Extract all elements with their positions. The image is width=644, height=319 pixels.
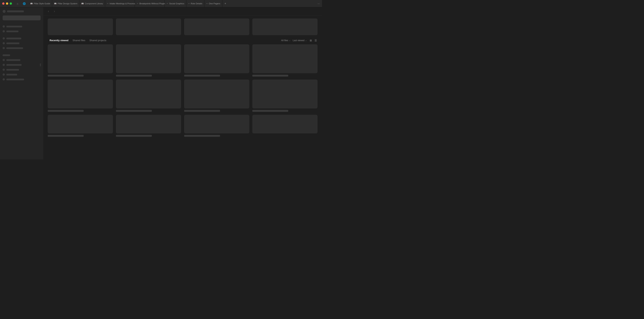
card-8[interactable]	[252, 80, 318, 112]
content-area: ‹ › Recently viewed Shared files	[43, 7, 322, 160]
back-button[interactable]: ‹	[46, 9, 51, 14]
cards-row-1	[48, 44, 318, 76]
grid-view-button[interactable]: ⊞	[309, 38, 313, 42]
sidebar-icon-6	[2, 59, 5, 61]
tab-label: Intake Meetings & Process	[110, 2, 135, 5]
card-11-thumbnail	[184, 115, 249, 134]
card-1[interactable]	[48, 44, 113, 76]
sidebar-item-10	[2, 72, 41, 76]
filter-tab-recently-viewed[interactable]: Recently viewed	[48, 38, 70, 42]
sidebar-icon-9	[2, 74, 5, 76]
card-1-label	[48, 75, 84, 76]
top-card-2	[116, 18, 181, 35]
tab-social-graphics[interactable]: ✏ Social Graphics	[165, 0, 186, 7]
tab-pillar-style-guide[interactable]: 📖 Pillar Style Guide	[28, 0, 52, 7]
sidebar-item-6	[2, 53, 41, 57]
home-button[interactable]: ⌂	[14, 0, 21, 7]
sidebar-icon-8	[2, 68, 5, 71]
card-5-label	[48, 110, 84, 112]
close-button[interactable]	[2, 2, 4, 5]
sidebar-icon-4	[2, 42, 5, 44]
card-4[interactable]	[252, 44, 318, 76]
draft-icon-3: ✏	[166, 2, 168, 5]
filter-controls: All files ⌄ Last viewed ⌄ ⊞ ☰	[281, 38, 318, 42]
sidebar-item-4	[2, 41, 41, 45]
more-tabs-button[interactable]: ···	[315, 0, 322, 7]
main-area: ‹ › Recently viewed Shared files	[0, 7, 322, 160]
all-files-label: All files	[281, 39, 288, 42]
book-icon-2: 📖	[54, 2, 57, 5]
book-icon-3: 📖	[81, 2, 84, 5]
card-9[interactable]	[48, 115, 113, 137]
book-icon: 📖	[30, 2, 33, 5]
card-2-thumbnail	[116, 44, 181, 73]
card-12-thumbnail	[252, 115, 318, 134]
tab-role-details[interactable]: ✏ Role Details	[186, 0, 204, 7]
card-10-thumbnail	[116, 115, 181, 134]
ellipsis-icon: ···	[318, 2, 320, 5]
grid-icon: ⊞	[310, 39, 312, 42]
home-icon: ⌂	[17, 2, 18, 5]
last-viewed-dropdown[interactable]: Last viewed ⌄	[293, 39, 307, 42]
card-6-thumbnail	[116, 80, 181, 108]
draft-icon-5: ✏	[206, 2, 208, 5]
tab-one-pagers[interactable]: ✏ One Pagers	[204, 0, 222, 7]
last-viewed-label: Last viewed	[293, 39, 304, 42]
all-files-dropdown[interactable]: All files ⌄	[281, 39, 290, 42]
tab-breakpoints[interactable]: ✏ Breakpoints Without Plugin	[135, 0, 165, 7]
fullscreen-button[interactable]	[10, 2, 12, 5]
sidebar-item-1	[2, 24, 41, 28]
card-3-label	[184, 75, 220, 76]
card-5[interactable]	[48, 80, 113, 112]
sidebar-item-5	[2, 46, 41, 50]
sidebar	[0, 7, 43, 160]
list-icon: ☰	[314, 39, 317, 42]
sidebar-label-11	[6, 79, 24, 80]
forward-button[interactable]: ›	[52, 9, 57, 14]
tab-label: Role Details	[191, 2, 202, 5]
filter-tab-shared-files[interactable]: Shared files	[70, 38, 87, 42]
sidebar-label-3	[6, 38, 21, 39]
tab-component-library[interactable]: 📖 Component Library	[80, 0, 105, 7]
sidebar-label-6	[2, 54, 10, 56]
card-2-label	[116, 75, 152, 76]
sidebar-profile	[2, 9, 42, 14]
top-cards-row	[43, 16, 322, 38]
sidebar-label-7	[6, 59, 20, 61]
sidebar-item-8	[2, 63, 41, 67]
tab-label: Pillar Design System	[58, 2, 77, 5]
tab-label: Social Graphics	[169, 2, 184, 5]
tab-label: One Pagers	[209, 2, 220, 5]
card-2[interactable]	[116, 44, 181, 76]
tab-label: Breakpoints Without Plugin	[140, 2, 165, 5]
card-6[interactable]	[116, 80, 181, 112]
card-10[interactable]	[116, 115, 181, 137]
card-7[interactable]	[184, 80, 249, 112]
minimize-button[interactable]	[6, 2, 8, 5]
card-1-thumbnail	[48, 44, 113, 73]
card-10-label	[116, 135, 152, 137]
tab-pillar-design-system[interactable]: 📖 Pillar Design System	[52, 0, 80, 7]
globe-button[interactable]: 🌐	[21, 0, 28, 7]
card-7-thumbnail	[184, 80, 249, 108]
filter-tab-shared-projects[interactable]: Shared projects	[88, 38, 108, 42]
plus-icon: +	[224, 2, 226, 5]
profile-name-skeleton	[7, 10, 24, 12]
tab-label: Pillar Style Guide	[34, 2, 50, 5]
tab-label: Component Library	[85, 2, 103, 5]
tab-intake-meetings[interactable]: ✏ Intake Meetings & Process	[105, 0, 135, 7]
list-view-button[interactable]: ☰	[314, 38, 318, 42]
shared-files-label: Shared files	[72, 39, 85, 42]
card-11-label	[184, 135, 220, 137]
tabs-container: 📖 Pillar Style Guide 📖 Pillar Design Sys…	[28, 0, 322, 7]
card-4-thumbnail	[252, 44, 318, 73]
card-11[interactable]	[184, 115, 249, 137]
card-3[interactable]	[184, 44, 249, 76]
draft-icon: ✏	[107, 2, 109, 5]
forward-icon: ›	[54, 9, 55, 13]
card-12[interactable]	[252, 115, 318, 137]
card-3-thumbnail	[184, 44, 249, 73]
sidebar-label-10	[6, 74, 17, 76]
view-toggle: ⊞ ☰	[309, 38, 318, 42]
new-tab-button[interactable]: +	[222, 0, 228, 7]
